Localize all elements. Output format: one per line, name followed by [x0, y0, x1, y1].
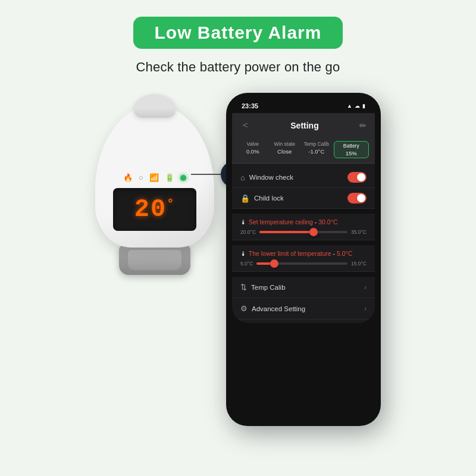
- temp-ceiling-max: 35.0°C: [351, 229, 367, 235]
- main-content: 🔥 ○ 📶 🔋 20°: [0, 93, 476, 426]
- signal-icon: ▲: [347, 103, 352, 109]
- divider-3: [232, 272, 375, 277]
- stat-winstate: Win state Close: [270, 141, 300, 158]
- advanced-setting-nav[interactable]: ⚙ Advanced Setting ›: [232, 298, 375, 320]
- child-lock-item: 🔒 Child lock: [232, 188, 375, 209]
- stat-battery-value: 15%: [346, 150, 357, 156]
- banner-text: Low Battery Alarm: [155, 23, 322, 42]
- temp-calib-nav-label: Temp Calib: [251, 284, 286, 291]
- advanced-setting-nav-label: Advanced Setting: [252, 305, 305, 312]
- device-base: [119, 245, 190, 275]
- device-top: [134, 94, 176, 118]
- stat-valve-label: Valve: [246, 141, 259, 147]
- temp-calib-nav[interactable]: ⇅ Temp Calib ›: [232, 277, 375, 298]
- window-check-toggle-knob: [357, 173, 365, 181]
- flame-icon: 🔥: [123, 173, 133, 182]
- stats-row: Valve 0.0% Win state Close Temp Calib -1…: [232, 137, 375, 164]
- device-body: 🔥 ○ 📶 🔋 20°: [95, 105, 214, 248]
- temp-calib-nav-left: ⇅ Temp Calib: [240, 283, 286, 292]
- app-screen: ＜ Setting ✏ Valve 0.0% Win state Close: [232, 113, 375, 323]
- temp-lower-track[interactable]: [256, 262, 347, 265]
- temp-ceiling-track[interactable]: [259, 231, 347, 233]
- subtitle: Check the battery power on the go: [0, 60, 476, 75]
- temp-lower-slider-row: 5.0°C 15.0°C: [240, 261, 367, 267]
- divider-1: [232, 209, 375, 214]
- stat-tempcalib-label: Temp Calib: [303, 141, 329, 147]
- temp-lower-value: 5.0°C: [337, 250, 352, 257]
- settings-list: ⌂ Window check 🔒 Child lock: [232, 164, 375, 323]
- display-screen: 20°: [113, 188, 196, 231]
- app-back-button[interactable]: ＜: [240, 119, 250, 131]
- temp-ceiling-min: 20.0°C: [240, 229, 256, 235]
- divider-2: [232, 240, 375, 245]
- stat-valve-value: 0.0%: [246, 148, 259, 155]
- battery-status-icon: ▮: [362, 103, 365, 109]
- temp-ceiling-section: 🌡 Set temperature ceiling - 30.0°C 20.0°…: [232, 214, 375, 240]
- device-icons: 🔥 ○ 📶 🔋: [123, 173, 186, 182]
- stat-battery-label: Battery: [343, 143, 359, 149]
- stat-tempcalib-value: -1.0°C: [308, 148, 324, 155]
- status-dot: [180, 175, 186, 181]
- stat-valve: Valve 0.0%: [238, 141, 268, 158]
- connector-line: [191, 174, 221, 175]
- stat-winstate-value: Close: [277, 148, 292, 155]
- window-check-label: Window check: [249, 174, 293, 181]
- temp-ceiling-title: 🌡 Set temperature ceiling - 30.0°C: [240, 218, 367, 226]
- window-check-icon: ⌂: [240, 173, 245, 182]
- temp-ceiling-value: 30.0°C: [318, 218, 337, 226]
- wifi-status-icon: ☁: [355, 103, 360, 109]
- window-check-item: ⌂ Window check: [232, 167, 375, 188]
- child-lock-icon: 🔒: [240, 194, 250, 203]
- temp-lower-section: 🌡 The lower limit of temperature - 5.0°C…: [232, 245, 375, 272]
- circle-icon: ○: [139, 173, 143, 182]
- child-lock-left: 🔒 Child lock: [240, 194, 284, 203]
- window-check-left: ⌂ Window check: [240, 173, 293, 182]
- advanced-setting-nav-left: ⚙ Advanced Setting: [240, 304, 305, 313]
- battery-icon: 🔋: [165, 173, 174, 182]
- phone-mockup: 23:35 ▲ ☁ ▮ ＜ Setting ✏ Valve: [226, 93, 381, 426]
- display-temp: 20°: [134, 195, 175, 224]
- temp-ceiling-thumb[interactable]: [309, 228, 318, 236]
- child-lock-toggle-knob: [357, 194, 365, 202]
- temp-lower-thumb[interactable]: [270, 259, 278, 268]
- device-wrap: 🔥 ○ 📶 🔋 20°: [95, 105, 214, 275]
- stat-winstate-label: Win state: [274, 141, 295, 147]
- temp-ceiling-fill: [259, 231, 312, 233]
- child-lock-label: Child lock: [254, 195, 284, 202]
- temp-calib-nav-icon: ⇅: [240, 283, 247, 292]
- phone-status-icons: ▲ ☁ ▮: [347, 103, 365, 109]
- child-lock-toggle[interactable]: [347, 193, 367, 203]
- phone-inner: 23:35 ▲ ☁ ▮ ＜ Setting ✏ Valve: [232, 99, 375, 323]
- advanced-setting-nav-icon: ⚙: [240, 304, 248, 313]
- phone-time: 23:35: [242, 102, 258, 109]
- phone-status-bar: 23:35 ▲ ☁ ▮: [232, 99, 375, 113]
- temp-lower-title: 🌡 The lower limit of temperature - 5.0°C: [240, 250, 367, 257]
- advanced-setting-chevron-icon: ›: [364, 305, 367, 313]
- app-header: ＜ Setting ✏: [232, 113, 375, 137]
- stat-tempcalib: Temp Calib -1.0°C: [302, 141, 331, 158]
- banner-section: Low Battery Alarm: [0, 0, 476, 49]
- temp-lower-max: 15.0°C: [351, 261, 367, 267]
- temp-ceiling-slider-row: 20.0°C 35.0°C: [240, 229, 367, 235]
- wifi-icon: 📶: [149, 173, 159, 182]
- app-title: Setting: [290, 121, 318, 130]
- temp-calib-chevron-icon: ›: [364, 283, 367, 292]
- app-edit-button[interactable]: ✏: [359, 121, 367, 130]
- device-base-inner: [128, 250, 181, 270]
- stat-battery: Battery 15%: [334, 141, 369, 158]
- temp-lower-min: 5.0°C: [240, 261, 253, 267]
- window-check-toggle[interactable]: [347, 172, 367, 183]
- banner-box: Low Battery Alarm: [133, 17, 343, 49]
